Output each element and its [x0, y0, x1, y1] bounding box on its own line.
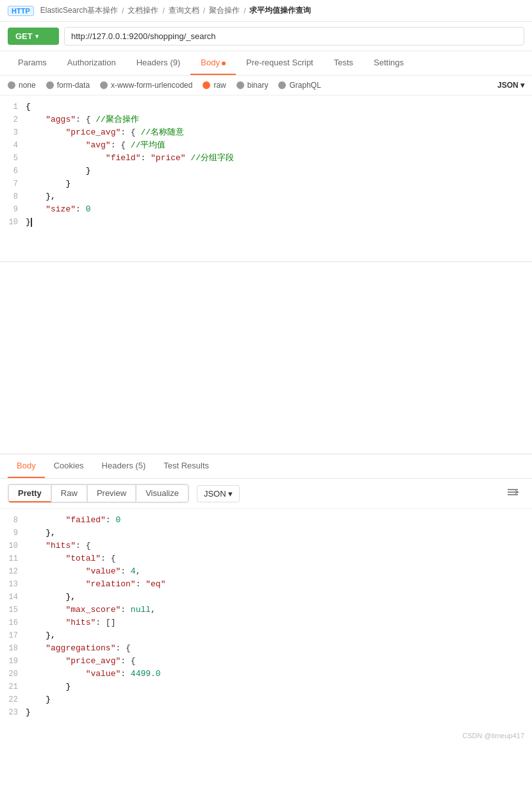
resp-line-13: 13 "relation": "eq" — [0, 578, 532, 591]
code-line-1: 1 { — [0, 101, 532, 113]
breadcrumb-sep-3: / — [244, 6, 245, 15]
json-format-dropdown-req[interactable]: JSON ▾ — [497, 81, 524, 90]
resp-line-14: 14 }, — [0, 591, 532, 604]
resp-line-11: 11 "total": { — [0, 552, 532, 565]
resp-tab-body[interactable]: Body — [8, 454, 45, 478]
tab-body[interactable]: Body — [190, 51, 236, 75]
fmt-btn-preview[interactable]: Preview — [87, 484, 136, 502]
wrap-icon[interactable] — [501, 484, 524, 503]
resp-line-15: 15 "max_score": null, — [0, 604, 532, 616]
radio-formdata — [46, 81, 54, 89]
breadcrumb-sep-1: / — [162, 6, 164, 15]
response-section: Body Cookies Headers (5) Test Results Pr… — [0, 454, 532, 745]
fmt-btn-raw[interactable]: Raw — [51, 484, 87, 502]
tab-prerequest[interactable]: Pre-request Script — [236, 51, 324, 75]
watermark: CSDN @timeup417 — [0, 727, 532, 745]
radio-raw — [203, 81, 210, 89]
url-input[interactable] — [64, 27, 524, 45]
body-type-graphql[interactable]: GraphQL — [278, 81, 320, 90]
empty-editor-area — [0, 262, 532, 454]
request-code-editor[interactable]: 1 { 2 "aggs": { //聚合操作 3 "price_avg": { … — [0, 95, 532, 262]
resp-line-17: 17 }, — [0, 629, 532, 642]
resp-line-12: 12 "value": 4, — [0, 565, 532, 578]
method-select[interactable]: GET ▾ — [8, 28, 59, 45]
body-type-none[interactable]: none — [8, 81, 36, 90]
resp-line-19: 19 "price_avg": { — [0, 655, 532, 668]
resp-line-8: 8 "failed": 0 — [0, 514, 532, 527]
body-dot — [222, 62, 226, 65]
body-types: none form-data x-www-form-urlencoded raw… — [0, 76, 532, 95]
breadcrumb-item-1[interactable]: 文档操作 — [128, 5, 158, 16]
resp-line-9: 9 }, — [0, 527, 532, 540]
code-line-6: 6 } — [0, 165, 532, 178]
resp-tab-headers[interactable]: Headers (5) — [93, 454, 155, 478]
breadcrumb-sep-0: / — [122, 6, 124, 15]
code-line-7: 7 } — [0, 178, 532, 190]
resp-line-10: 10 "hits": { — [0, 540, 532, 552]
body-type-formdata[interactable]: form-data — [46, 81, 90, 90]
code-line-4: 4 "avg": { //平均值 — [0, 139, 532, 152]
method-chevron: ▾ — [35, 33, 38, 40]
url-bar: GET ▾ — [0, 22, 532, 51]
body-type-raw[interactable]: raw — [203, 81, 226, 90]
resp-tab-cookies[interactable]: Cookies — [45, 454, 93, 478]
radio-none — [8, 81, 15, 89]
breadcrumb-sep-2: / — [203, 6, 205, 15]
code-line-9: 9 "size": 0 — [0, 203, 532, 216]
response-format-bar: Pretty Raw Preview Visualize JSON ▾ — [0, 479, 532, 509]
body-type-urlencoded[interactable]: x-www-form-urlencoded — [100, 81, 192, 90]
resp-tab-testresults[interactable]: Test Results — [154, 454, 218, 478]
tab-authorization[interactable]: Authorization — [57, 51, 126, 75]
tab-tests[interactable]: Tests — [324, 51, 363, 75]
request-tabs: Params Authorization Headers (9) Body Pr… — [0, 51, 532, 76]
code-line-10: 10 } — [0, 216, 532, 229]
code-line-8: 8 }, — [0, 190, 532, 203]
radio-graphql — [278, 81, 286, 89]
breadcrumb-item-3[interactable]: 聚合操作 — [209, 5, 240, 16]
http-badge: HTTP — [8, 6, 34, 16]
tab-headers[interactable]: Headers (9) — [126, 51, 191, 75]
code-line-5: 5 "field": "price" //分组字段 — [0, 152, 532, 165]
fmt-btn-pretty[interactable]: Pretty — [8, 484, 51, 502]
tab-settings[interactable]: Settings — [363, 51, 414, 75]
code-line-2: 2 "aggs": { //聚合操作 — [0, 113, 532, 126]
breadcrumb: HTTP ElasticSearch基本操作 / 文档操作 / 查询文档 / 聚… — [0, 0, 532, 22]
resp-line-20: 20 "value": 4499.0 — [0, 668, 532, 681]
resp-line-18: 18 "aggregations": { — [0, 642, 532, 655]
resp-line-16: 16 "hits": [] — [0, 616, 532, 629]
response-code-editor: 8 "failed": 0 9 }, 10 "hits": { 11 "tota… — [0, 509, 532, 727]
breadcrumb-item-2[interactable]: 查询文档 — [169, 5, 199, 16]
resp-line-23: 23 } — [0, 706, 532, 719]
response-tabs: Body Cookies Headers (5) Test Results — [0, 454, 532, 479]
fmt-btn-visualize[interactable]: Visualize — [136, 484, 188, 502]
json-format-dropdown-resp[interactable]: JSON ▾ — [197, 485, 240, 502]
resp-line-21: 21 } — [0, 681, 532, 693]
method-label: GET — [15, 31, 33, 41]
radio-urlencoded — [100, 81, 108, 89]
breadcrumb-item-0[interactable]: ElasticSearch基本操作 — [40, 5, 118, 16]
radio-binary — [237, 81, 244, 89]
body-type-binary[interactable]: binary — [237, 81, 269, 90]
resp-line-22: 22 } — [0, 693, 532, 706]
code-line-3: 3 "price_avg": { //名称随意 — [0, 126, 532, 139]
breadcrumb-item-4: 求平均值操作查询 — [249, 5, 311, 16]
tab-params[interactable]: Params — [8, 51, 57, 75]
